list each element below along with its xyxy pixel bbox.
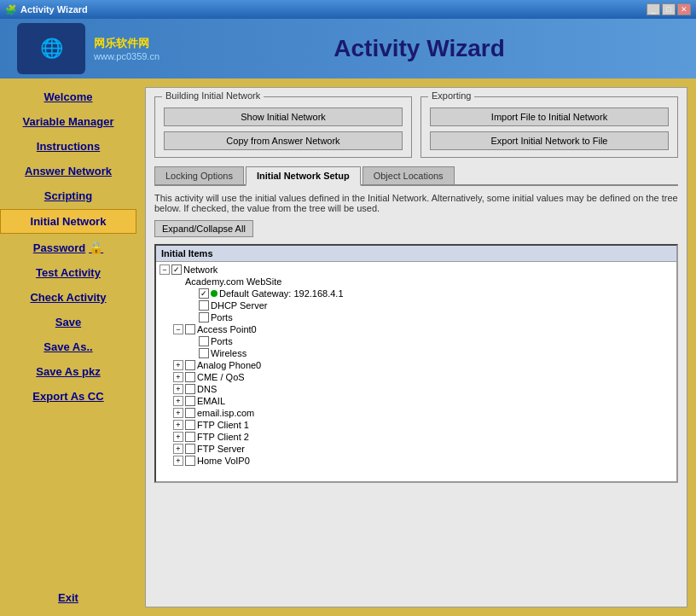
expand-icon[interactable]: + (173, 372, 183, 382)
sidebar-item-export-as-cc[interactable]: Export As CC (0, 385, 136, 408)
tree-checkbox[interactable] (185, 456, 195, 466)
tab-description: This activity will use the initial value… (154, 193, 678, 213)
tree-row[interactable]: Academy.com WebSite (156, 276, 676, 288)
sidebar-item-exit[interactable]: Exit (0, 586, 136, 609)
tree-row[interactable]: −✓Network (156, 264, 676, 276)
sidebar-item-save-as-pkz[interactable]: Save As pkz (0, 360, 136, 383)
expand-icon[interactable]: − (160, 264, 170, 275)
tree-row[interactable]: +email.isp.com (156, 407, 676, 419)
exporting-section: Exporting Import File to Initial Network… (420, 96, 678, 158)
sidebar-item-scripting[interactable]: Scripting (0, 184, 136, 207)
logo-area: 🌐 网乐软件网 www.pc0359.cn Activity Wizard (0, 19, 696, 78)
tree-checkbox[interactable] (199, 300, 209, 311)
tree-row[interactable]: −Access Point0 (156, 323, 676, 335)
expand-icon[interactable]: + (173, 408, 183, 418)
logo-site: www.pc0359.cn (94, 51, 160, 61)
tree-row[interactable]: +Home VoIP0 (156, 455, 676, 467)
sidebar-item-test-activity[interactable]: Test Activity (0, 261, 136, 284)
tree-checkbox[interactable] (185, 432, 195, 442)
tree-row[interactable]: +DNS (156, 383, 676, 395)
tree-checkbox[interactable] (199, 312, 209, 323)
tree-item-label: Wireless (211, 348, 246, 358)
import-file-button[interactable]: Import File to Initial Network (430, 108, 669, 126)
sidebar: Welcome Variable Manager Instructions An… (0, 78, 136, 616)
logo-icon: 🌐 (17, 23, 85, 74)
tree-checkbox[interactable]: ✓ (171, 264, 182, 275)
show-initial-button[interactable]: Show Initial Network (164, 108, 403, 126)
sidebar-item-initial-network[interactable]: Initial Network (0, 209, 136, 234)
expand-icon[interactable]: − (173, 324, 183, 334)
tree-item-label: CME / QoS (197, 372, 245, 382)
tree-item-label: FTP Client 2 (197, 432, 249, 442)
expand-icon[interactable]: + (173, 432, 183, 442)
tree-row[interactable]: +FTP Client 1 (156, 419, 676, 431)
tree-checkbox[interactable] (185, 408, 195, 418)
tree-checkbox[interactable]: ✓ (199, 288, 209, 299)
app-icon: 🧩 (5, 4, 17, 15)
expand-icon[interactable]: + (173, 420, 183, 430)
tree-row[interactable]: Ports (156, 335, 676, 347)
sidebar-item-save[interactable]: Save (0, 311, 136, 334)
sidebar-item-welcome[interactable]: Welcome (0, 85, 136, 108)
logo-text: 网乐软件网 www.pc0359.cn (94, 36, 160, 61)
tree-row[interactable]: DHCP Server (156, 299, 676, 311)
tab-locking[interactable]: Locking Options (154, 166, 244, 184)
radio-dot (211, 290, 218, 297)
tree-item-label: FTP Server (197, 444, 245, 454)
lock-icon: 🔒 (89, 241, 103, 254)
tree-row[interactable]: Ports (156, 311, 676, 323)
building-section: Building Initial Network Show Initial Ne… (154, 96, 412, 158)
tree-row[interactable]: ✓Default Gateway: 192.168.4.1 (156, 288, 676, 299)
tree-row[interactable]: +Analog Phone0 (156, 359, 676, 371)
maximize-button[interactable]: □ (662, 3, 676, 15)
top-sections: Building Initial Network Show Initial Ne… (154, 96, 678, 158)
tree-item-label: Access Point0 (197, 324, 257, 334)
tree-checkbox[interactable] (185, 420, 195, 430)
content-area: Building Initial Network Show Initial Ne… (136, 78, 696, 616)
tree-checkbox[interactable] (185, 324, 195, 334)
tree-item-label: Default Gateway: 192.168.4.1 (219, 288, 344, 299)
tree-checkbox[interactable] (185, 384, 195, 394)
sidebar-item-password[interactable]: Password 🔒 (0, 235, 136, 259)
tree-checkbox[interactable] (199, 348, 209, 358)
expand-collapse-button[interactable]: Expand/Collapse All (154, 220, 253, 237)
sidebar-item-instructions[interactable]: Instructions (0, 135, 136, 158)
tree-checkbox[interactable] (199, 336, 209, 346)
expand-icon[interactable]: + (173, 444, 183, 454)
sidebar-item-save-as[interactable]: Save As.. (0, 335, 136, 358)
expand-icon[interactable]: + (173, 384, 183, 394)
logo-brand: 网乐软件网 (94, 36, 160, 51)
tab-initial-setup[interactable]: Initial Network Setup (246, 166, 361, 186)
tree-item-label: Ports (211, 336, 233, 346)
tree-checkbox[interactable] (185, 444, 195, 454)
tab-object-locations[interactable]: Object Locations (362, 166, 455, 184)
tree-row[interactable]: +FTP Server (156, 443, 676, 455)
copy-answer-button[interactable]: Copy from Answer Network (164, 131, 403, 150)
tree-row[interactable]: +FTP Client 2 (156, 431, 676, 443)
tree-header-label: Initial Items (161, 248, 671, 259)
tree-row[interactable]: +CME / QoS (156, 371, 676, 383)
close-button[interactable]: ✕ (677, 3, 691, 15)
tree-checkbox[interactable] (185, 372, 195, 382)
expand-icon[interactable]: + (173, 360, 183, 370)
title-bar-controls: _ □ ✕ (647, 3, 691, 15)
title-bar-left: 🧩 Activity Wizard (5, 4, 88, 15)
tree-checkbox[interactable] (185, 396, 195, 406)
sidebar-item-check-activity[interactable]: Check Activity (0, 286, 136, 309)
tree-item-label: email.isp.com (197, 408, 254, 418)
tree-panel[interactable]: Initial Items −✓NetworkAcademy.com WebSi… (154, 244, 678, 483)
tree-item-label: EMAIL (197, 396, 225, 406)
tree-row[interactable]: Wireless (156, 347, 676, 359)
tree-body: −✓NetworkAcademy.com WebSite✓Default Gat… (156, 262, 676, 468)
tree-item-label: Academy.com WebSite (185, 276, 281, 287)
tree-checkbox[interactable] (185, 360, 195, 370)
export-file-button[interactable]: Export Initial Network to File (430, 131, 669, 150)
expand-icon[interactable]: + (173, 456, 183, 466)
tree-header: Initial Items (156, 246, 676, 262)
sidebar-item-variable-manager[interactable]: Variable Manager (0, 110, 136, 133)
expand-icon[interactable]: + (173, 396, 183, 406)
title-bar: 🧩 Activity Wizard _ □ ✕ (0, 0, 696, 19)
tree-row[interactable]: +EMAIL (156, 395, 676, 407)
minimize-button[interactable]: _ (647, 3, 660, 15)
sidebar-item-answer-network[interactable]: Answer Network (0, 160, 136, 183)
